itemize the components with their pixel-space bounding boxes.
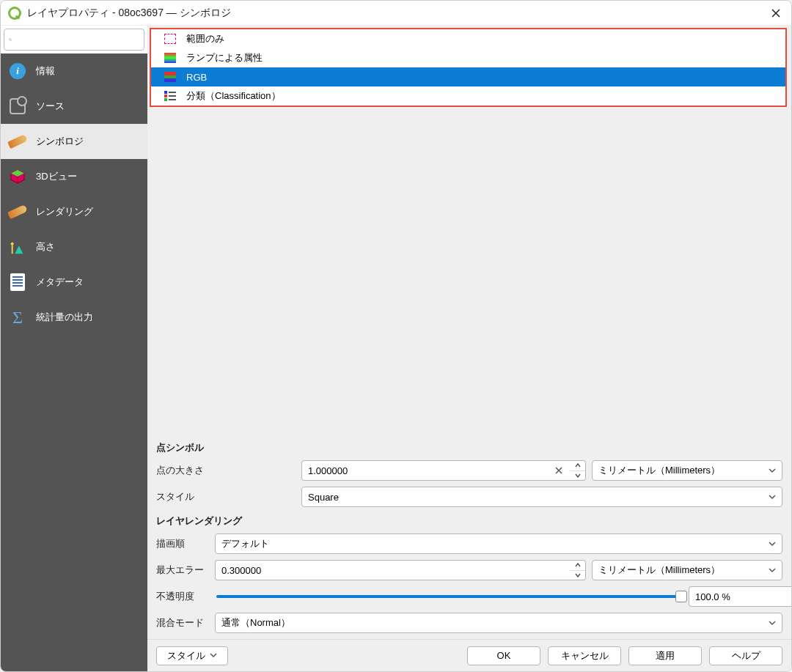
combo-value: ミリメートル（Millimeters） bbox=[598, 464, 720, 477]
max-error-spinner[interactable] bbox=[570, 560, 586, 580]
rgb-icon bbox=[164, 72, 176, 82]
search-field[interactable] bbox=[4, 29, 144, 51]
apply-button[interactable]: 適用 bbox=[628, 646, 702, 665]
button-label: 適用 bbox=[656, 649, 675, 662]
search-icon bbox=[9, 34, 12, 45]
brush-icon bbox=[8, 132, 27, 151]
draw-order-combo[interactable]: デフォルト bbox=[215, 533, 782, 554]
window-title: レイヤプロパティ - 08oc3697 — シンボロジ bbox=[27, 7, 768, 20]
render-type-label: 範囲のみ bbox=[186, 32, 224, 45]
sidebar-item-symbology[interactable]: シンボロジ bbox=[1, 124, 147, 159]
sidebar-item-label: レンダリング bbox=[36, 205, 93, 218]
layer-rendering-heading: レイヤレンダリング bbox=[156, 514, 782, 528]
blend-mode-row: 混合モード 通常（Normal） bbox=[156, 613, 782, 633]
opacity-slider[interactable] bbox=[216, 591, 681, 602]
document-icon bbox=[8, 273, 27, 292]
blend-mode-label: 混合モード bbox=[156, 616, 209, 629]
chevron-down-icon bbox=[769, 493, 776, 501]
left-column: i 情報 ソース シンボロジ 3Dビュー bbox=[1, 26, 147, 671]
sidebar-item-label: 情報 bbox=[36, 64, 55, 78]
point-size-label: 点の大きさ bbox=[156, 464, 296, 477]
button-label: スタイル bbox=[167, 649, 205, 662]
sidebar-item-label: シンボロジ bbox=[36, 135, 84, 148]
slider-thumb[interactable] bbox=[675, 591, 687, 602]
titlebar: レイヤプロパティ - 08oc3697 — シンボロジ bbox=[1, 1, 791, 26]
opacity-input[interactable] bbox=[695, 591, 792, 602]
brush2-icon bbox=[8, 202, 27, 221]
opacity-spin bbox=[689, 586, 782, 607]
render-type-extent-only[interactable]: 範囲のみ bbox=[151, 29, 785, 48]
point-size-input[interactable] bbox=[308, 465, 554, 476]
svg-point-0 bbox=[10, 39, 12, 41]
point-style-combo[interactable]: Square bbox=[301, 487, 782, 507]
point-size-row: 点の大きさ ミリメート bbox=[156, 460, 782, 481]
search-input[interactable] bbox=[16, 34, 139, 45]
sidebar-item-label: ソース bbox=[36, 100, 65, 113]
sidebar-item-label: 高さ bbox=[36, 240, 55, 254]
max-error-label: 最大エラー bbox=[156, 564, 209, 577]
render-type-attribute-ramp[interactable]: ランプによる属性 bbox=[151, 48, 785, 67]
chevron-down-icon bbox=[769, 467, 776, 474]
render-type-rgb[interactable]: RGB bbox=[151, 67, 785, 86]
close-icon bbox=[771, 8, 781, 18]
render-type-list[interactable]: 範囲のみ ランプによる属性 RGB 分類（Classification） bbox=[150, 28, 787, 107]
wrench-icon bbox=[8, 97, 27, 116]
spin-up[interactable] bbox=[570, 461, 585, 471]
help-button[interactable]: ヘルプ bbox=[709, 646, 782, 665]
sidebar-item-metadata[interactable]: メタデータ bbox=[1, 265, 147, 300]
max-error-spin bbox=[215, 560, 586, 580]
combo-value: Square bbox=[308, 492, 339, 503]
combo-value: ミリメートル（Millimeters） bbox=[598, 564, 720, 577]
spin-down[interactable] bbox=[570, 471, 585, 481]
ramp-icon bbox=[164, 53, 176, 63]
chevron-down-icon bbox=[769, 566, 776, 574]
blend-mode-combo[interactable]: 通常（Normal） bbox=[215, 613, 782, 633]
sidebar-item-info[interactable]: i 情報 bbox=[1, 53, 147, 89]
point-style-label: スタイル bbox=[156, 490, 296, 503]
info-icon: i bbox=[8, 62, 27, 81]
sidebar-item-elevation[interactable]: 高さ bbox=[1, 229, 147, 265]
max-error-unit-combo[interactable]: ミリメートル（Millimeters） bbox=[592, 560, 782, 580]
sidebar-item-label: 3Dビュー bbox=[36, 170, 77, 183]
button-label: OK bbox=[497, 650, 511, 661]
sidebar-list: i 情報 ソース シンボロジ 3Dビュー bbox=[1, 53, 147, 671]
point-symbol-heading: 点シンボル bbox=[156, 441, 782, 454]
opacity-row: 不透明度 bbox=[156, 586, 782, 607]
render-type-label: RGB bbox=[186, 72, 207, 83]
combo-value: 通常（Normal） bbox=[221, 616, 290, 629]
dialog-window: レイヤプロパティ - 08oc3697 — シンボロジ i 情報 ソース bbox=[0, 0, 792, 672]
chevron-down-icon bbox=[769, 540, 776, 547]
sidebar-item-rendering[interactable]: レンダリング bbox=[1, 194, 147, 229]
slider-track-fg bbox=[216, 595, 681, 598]
spin-up[interactable] bbox=[570, 561, 585, 571]
sidebar-item-statistics[interactable]: Σ 統計量の出力 bbox=[1, 300, 147, 335]
draw-order-row: 描画順 デフォルト bbox=[156, 533, 782, 554]
max-error-input[interactable] bbox=[221, 565, 564, 576]
clear-button[interactable] bbox=[554, 465, 564, 476]
render-type-classification[interactable]: 分類（Classification） bbox=[151, 86, 785, 106]
cube-icon bbox=[8, 167, 27, 186]
sidebar-item-3dview[interactable]: 3Dビュー bbox=[1, 159, 147, 194]
app-icon bbox=[8, 7, 21, 20]
clear-icon bbox=[554, 465, 564, 476]
button-label: キャンセル bbox=[561, 649, 609, 662]
spin-down[interactable] bbox=[570, 571, 585, 580]
right-column: 範囲のみ ランプによる属性 RGB 分類（Classification） 点シン… bbox=[147, 26, 791, 671]
chevron-down-icon bbox=[769, 619, 776, 627]
point-size-unit-combo[interactable]: ミリメートル（Millimeters） bbox=[592, 460, 782, 481]
close-button[interactable] bbox=[768, 5, 784, 21]
sidebar-item-label: 統計量の出力 bbox=[36, 311, 93, 324]
sidebar-item-source[interactable]: ソース bbox=[1, 89, 147, 124]
sidebar-item-label: メタデータ bbox=[36, 276, 84, 289]
elevation-icon bbox=[8, 237, 27, 256]
sigma-icon: Σ bbox=[8, 308, 27, 327]
style-menu-button[interactable]: スタイル bbox=[156, 646, 228, 665]
cancel-button[interactable]: キャンセル bbox=[548, 646, 621, 665]
ok-button[interactable]: OK bbox=[467, 646, 540, 665]
point-size-spinner[interactable] bbox=[570, 460, 586, 481]
classification-icon bbox=[164, 91, 176, 101]
button-label: ヘルプ bbox=[732, 649, 760, 662]
render-type-label: 分類（Classification） bbox=[186, 89, 281, 103]
render-type-label: ランプによる属性 bbox=[186, 51, 263, 64]
dialog-body: i 情報 ソース シンボロジ 3Dビュー bbox=[1, 26, 791, 671]
